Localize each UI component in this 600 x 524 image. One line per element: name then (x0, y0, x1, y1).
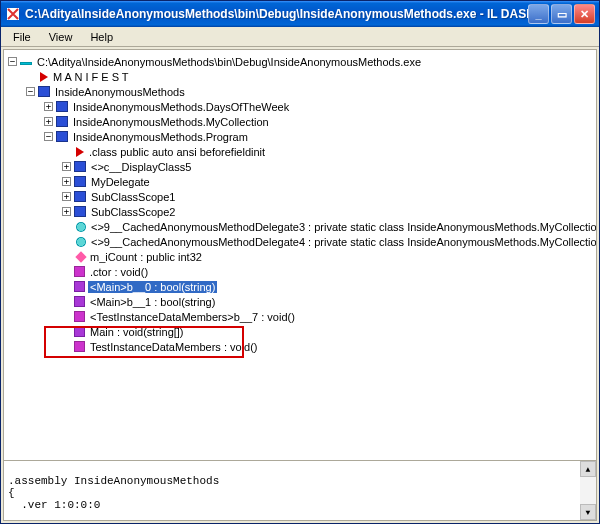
menu-view[interactable]: View (41, 29, 81, 45)
tree-class-mycollection[interactable]: + InsideAnonymousMethods.MyCollection (42, 114, 594, 129)
tree-label: InsideAnonymousMethods.DaysOfTheWeek (71, 101, 291, 113)
assembly-root-icon (20, 62, 32, 65)
expand-toggle[interactable]: + (44, 117, 53, 126)
tree-root[interactable]: − C:\Aditya\InsideAnonymousMethods\bin\D… (6, 54, 594, 69)
detail-line: .assembly InsideAnonymousMethods (8, 475, 219, 487)
tree-label-selected: <Main>b__0 : bool(string) (88, 281, 217, 293)
tree-label: TestInstanceDataMembers : void() (88, 341, 260, 353)
title-bar[interactable]: C:\Aditya\InsideAnonymousMethods\bin\Deb… (1, 1, 599, 27)
static-method-icon (74, 296, 85, 307)
tree-label: m_iCount : public int32 (88, 251, 204, 263)
tree-label: MyDelegate (89, 176, 152, 188)
content-area: − C:\Aditya\InsideAnonymousMethods\bin\D… (3, 49, 597, 521)
vertical-scrollbar[interactable]: ▲ ▼ (580, 461, 596, 520)
class-icon (74, 191, 86, 202)
scroll-track[interactable] (580, 477, 596, 504)
tree-class-days[interactable]: + InsideAnonymousMethods.DaysOfTheWeek (42, 99, 594, 114)
tree-method[interactable]: Main : void(string[]) (60, 324, 594, 339)
scroll-up-button[interactable]: ▲ (580, 461, 596, 477)
scroll-down-button[interactable]: ▼ (580, 504, 596, 520)
class-icon (56, 131, 68, 142)
collapse-toggle[interactable]: − (44, 132, 53, 141)
tree-field[interactable]: <>9__CachedAnonymousMethodDelegate3 : pr… (60, 219, 594, 234)
tree-label: <>9__CachedAnonymousMethodDelegate4 : pr… (89, 236, 596, 248)
namespace-icon (38, 86, 50, 97)
expand-toggle[interactable]: + (62, 177, 71, 186)
tree-label: M A N I F E S T (51, 71, 131, 83)
tree-label: .ctor : void() (88, 266, 150, 278)
menu-help[interactable]: Help (82, 29, 121, 45)
tree-classdecl[interactable]: .class public auto ansi beforefieldinit (60, 144, 594, 159)
tree-method[interactable]: .ctor : void() (60, 264, 594, 279)
tree-label: Main : void(string[]) (88, 326, 186, 338)
class-icon (74, 176, 86, 187)
expand-toggle[interactable]: + (62, 162, 71, 171)
tree-method-mainb0[interactable]: <Main>b__0 : bool(string) (60, 279, 594, 294)
class-icon (74, 161, 86, 172)
method-icon (74, 341, 85, 352)
tree-label: InsideAnonymousMethods.MyCollection (71, 116, 271, 128)
detail-pane[interactable]: .assembly InsideAnonymousMethods { .ver … (4, 460, 596, 520)
tree-label: C:\Aditya\InsideAnonymousMethods\bin\Deb… (35, 56, 423, 68)
tree-label: .class public auto ansi beforefieldinit (87, 146, 267, 158)
tree-nested-class[interactable]: + SubClassScope1 (60, 189, 594, 204)
static-field-icon (76, 222, 86, 232)
tree-nested-class[interactable]: + SubClassScope2 (60, 204, 594, 219)
decl-icon (76, 147, 84, 157)
menu-bar: File View Help (1, 27, 599, 47)
collapse-toggle[interactable]: − (26, 87, 35, 96)
tree-label: SubClassScope1 (89, 191, 177, 203)
tree-method[interactable]: <TestInstanceDataMembers>b__7 : void() (60, 309, 594, 324)
tree-label: <>9__CachedAnonymousMethodDelegate3 : pr… (89, 221, 596, 233)
window-buttons: _ ▭ ✕ (528, 4, 595, 24)
tree-field[interactable]: m_iCount : public int32 (60, 249, 594, 264)
tree-label: <>c__DisplayClass5 (89, 161, 193, 173)
method-icon (74, 311, 85, 322)
app-window: C:\Aditya\InsideAnonymousMethods\bin\Deb… (0, 0, 600, 524)
maximize-button[interactable]: ▭ (551, 4, 572, 24)
tree-class-program[interactable]: − InsideAnonymousMethods.Program (42, 129, 594, 144)
detail-line: .ver 1:0:0:0 (8, 499, 100, 511)
expand-toggle[interactable]: + (62, 207, 71, 216)
static-field-icon (76, 237, 86, 247)
tree-label: InsideAnonymousMethods.Program (71, 131, 250, 143)
tree-field[interactable]: <>9__CachedAnonymousMethodDelegate4 : pr… (60, 234, 594, 249)
collapse-toggle[interactable]: − (8, 57, 17, 66)
class-icon (56, 116, 68, 127)
detail-line: { (8, 487, 15, 499)
tree-label: <Main>b__1 : bool(string) (88, 296, 217, 308)
tree-pane[interactable]: − C:\Aditya\InsideAnonymousMethods\bin\D… (4, 50, 596, 460)
field-icon (75, 251, 86, 262)
class-icon (74, 206, 86, 217)
tree-label: InsideAnonymousMethods (53, 86, 187, 98)
ildasm-icon (5, 6, 21, 22)
menu-file[interactable]: File (5, 29, 39, 45)
close-button[interactable]: ✕ (574, 4, 595, 24)
tree-method-mainb1[interactable]: <Main>b__1 : bool(string) (60, 294, 594, 309)
class-icon (56, 101, 68, 112)
expand-toggle[interactable]: + (62, 192, 71, 201)
tree-namespace[interactable]: − InsideAnonymousMethods (24, 84, 594, 99)
tree-label: <TestInstanceDataMembers>b__7 : void() (88, 311, 297, 323)
method-icon (74, 266, 85, 277)
expand-toggle[interactable]: + (44, 102, 53, 111)
tree-nested-class[interactable]: + <>c__DisplayClass5 (60, 159, 594, 174)
tree-manifest[interactable]: M A N I F E S T (24, 69, 594, 84)
tree-method[interactable]: TestInstanceDataMembers : void() (60, 339, 594, 354)
static-method-icon (74, 326, 85, 337)
minimize-button[interactable]: _ (528, 4, 549, 24)
tree-label: SubClassScope2 (89, 206, 177, 218)
window-title: C:\Aditya\InsideAnonymousMethods\bin\Deb… (25, 7, 528, 21)
static-method-icon (74, 281, 85, 292)
manifest-icon (40, 72, 48, 82)
tree-nested-class[interactable]: + MyDelegate (60, 174, 594, 189)
